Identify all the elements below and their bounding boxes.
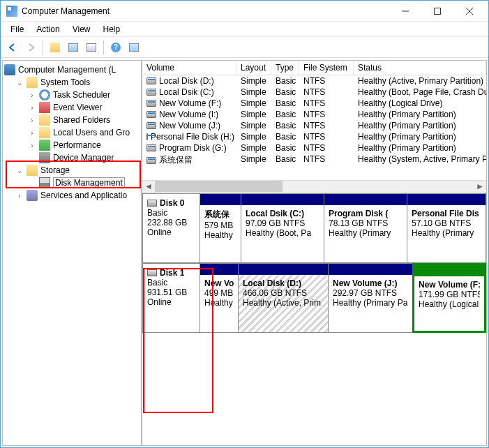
volume-layout: Simple bbox=[236, 87, 271, 97]
volume-icon bbox=[146, 133, 148, 140]
header-volume[interactable]: Volume bbox=[142, 61, 236, 75]
volume-icon bbox=[146, 111, 156, 118]
menu-action[interactable]: Action bbox=[31, 23, 65, 36]
table-row[interactable]: 系统保留SimpleBasicNTFSHealthy (System, Acti… bbox=[142, 154, 486, 167]
volume-layout: Simple bbox=[236, 132, 271, 142]
disk-state: Online bbox=[147, 297, 195, 307]
toolbar-btn-4[interactable] bbox=[126, 40, 142, 55]
volume-status: Healthy (Primary Partition) bbox=[354, 121, 486, 130]
menu-view[interactable]: View bbox=[67, 23, 96, 36]
header-layout[interactable]: Layout bbox=[236, 61, 271, 75]
tree-services[interactable]: ›Services and Applicatio bbox=[3, 189, 141, 202]
horizontal-scrollbar[interactable]: ◄ ► bbox=[142, 180, 486, 193]
volume-status: Healthy (Logical Drive) bbox=[354, 98, 486, 108]
volume-fs: NTFS bbox=[299, 87, 354, 97]
partition[interactable]: Local Disk (D:)466.06 GB NTFSHealthy (Ac… bbox=[238, 263, 329, 333]
volume-fs: NTFS bbox=[299, 110, 354, 119]
chevron-right-icon[interactable]: › bbox=[28, 129, 36, 137]
chevron-right-icon[interactable]: › bbox=[28, 142, 36, 149]
volume-name: Local Dsik (C:) bbox=[159, 87, 214, 97]
volume-type: Basic bbox=[271, 121, 299, 130]
header-type[interactable]: Type bbox=[271, 61, 299, 75]
table-row[interactable]: New Volume (I:)SimpleBasicNTFSHealthy (P… bbox=[142, 109, 486, 120]
disk-state: Online bbox=[147, 227, 195, 237]
scroll-thumb[interactable] bbox=[155, 181, 283, 192]
maximize-button[interactable] bbox=[421, 1, 453, 21]
chevron-down-icon[interactable]: ⌄ bbox=[15, 79, 24, 87]
window-title: Computer Management bbox=[22, 6, 389, 16]
disk-partitions: 系统保579 MBHealthyLocal Dsik (C:)97.09 GB … bbox=[200, 193, 486, 263]
partition-status: Healthy (Primary bbox=[412, 228, 481, 238]
volume-icon bbox=[146, 144, 156, 151]
tree-device-manager[interactable]: Device Manager bbox=[3, 151, 141, 164]
menu-file[interactable]: File bbox=[5, 23, 29, 36]
table-row[interactable]: New Volume (F:)SimpleBasicNTFSHealthy (L… bbox=[142, 98, 486, 109]
minimize-button[interactable] bbox=[389, 1, 421, 21]
scroll-left-icon[interactable]: ◄ bbox=[142, 181, 155, 192]
scroll-track[interactable] bbox=[155, 181, 474, 192]
chevron-down-icon[interactable]: ⌄ bbox=[15, 167, 24, 174]
tree-system-tools[interactable]: ⌄System Tools bbox=[3, 76, 141, 89]
disk-graphical-area[interactable]: Disk 0Basic232.88 GBOnline系统保579 MBHealt… bbox=[142, 193, 486, 445]
table-row[interactable]: Local Dsik (C:)SimpleBasicNTFSHealthy (B… bbox=[142, 87, 486, 98]
partition-size: 579 MB bbox=[204, 221, 236, 230]
tree-disk-management[interactable]: Disk Management bbox=[3, 177, 141, 189]
storage-icon bbox=[27, 165, 38, 176]
tree-storage[interactable]: ⌄Storage bbox=[3, 164, 141, 177]
chevron-right-icon[interactable]: › bbox=[15, 192, 24, 200]
header-status[interactable]: Status bbox=[354, 61, 486, 75]
partition-status: Healthy (Active, Prim bbox=[243, 298, 324, 308]
tree-root[interactable]: Computer Management (L bbox=[3, 64, 141, 76]
scroll-right-icon[interactable]: ► bbox=[474, 181, 486, 192]
back-button[interactable] bbox=[5, 40, 20, 55]
partition-bar bbox=[241, 194, 324, 205]
forward-button[interactable] bbox=[23, 40, 38, 55]
disk-size: 232.88 GB bbox=[147, 218, 195, 227]
table-row[interactable]: Personal File Disk (H:)SimpleBasicNTFSHe… bbox=[142, 131, 486, 142]
volume-table-body[interactable]: Local Disk (D:)SimpleBasicNTFSHealthy (A… bbox=[142, 75, 486, 180]
tree-event-viewer[interactable]: ›Event Viewer bbox=[3, 101, 141, 114]
partition[interactable]: Program Disk (78.13 GB NTFSHealthy (Prim… bbox=[324, 193, 407, 263]
disk-info[interactable]: Disk 0Basic232.88 GBOnline bbox=[142, 193, 200, 263]
table-row[interactable]: New Volume (J:)SimpleBasicNTFSHealthy (P… bbox=[142, 120, 486, 131]
partition-size: 97.09 GB NTFS bbox=[246, 218, 319, 228]
table-row[interactable]: Local Disk (D:)SimpleBasicNTFSHealthy (A… bbox=[142, 75, 486, 87]
disk-row[interactable]: Disk 1Basic931.51 GBOnlineNew Vo499 MBHe… bbox=[142, 263, 486, 333]
toolbar-btn-2[interactable] bbox=[66, 40, 81, 55]
volume-type: Basic bbox=[271, 76, 299, 86]
chevron-right-icon[interactable]: › bbox=[28, 104, 36, 112]
partition-bar bbox=[414, 265, 484, 276]
tree-local-users[interactable]: ›Local Users and Gro bbox=[3, 126, 141, 139]
partition[interactable]: Local Dsik (C:)97.09 GB NTFSHealthy (Boo… bbox=[241, 193, 324, 263]
tree-pane[interactable]: Computer Management (L ⌄System Tools ›Ta… bbox=[2, 60, 142, 446]
disk-row[interactable]: Disk 0Basic232.88 GBOnline系统保579 MBHealt… bbox=[142, 193, 486, 263]
chevron-right-icon[interactable]: › bbox=[28, 117, 36, 124]
tree-performance[interactable]: ›Performance bbox=[3, 139, 141, 151]
toolbar-btn-1[interactable] bbox=[47, 40, 63, 55]
help-button[interactable]: ? bbox=[108, 40, 123, 55]
volume-layout: Simple bbox=[236, 143, 271, 153]
table-row[interactable]: Program Disk (G:)SimpleBasicNTFSHealthy … bbox=[142, 142, 486, 154]
chevron-right-icon[interactable]: › bbox=[28, 91, 36, 99]
partition-status: Healthy (Primary bbox=[329, 228, 403, 238]
volume-icon bbox=[146, 157, 156, 164]
toolbar-btn-3[interactable] bbox=[84, 40, 99, 55]
volume-table-header[interactable]: Volume Layout Type File System Status bbox=[142, 61, 486, 75]
partition[interactable]: 系统保579 MBHealthy bbox=[200, 193, 241, 263]
partition-status: Healthy (Logical D bbox=[419, 299, 480, 309]
header-filesystem[interactable]: File System bbox=[299, 61, 354, 75]
partition[interactable]: New Volume (J:)292.97 GB NTFSHealthy (Pr… bbox=[328, 263, 413, 333]
disk-info[interactable]: Disk 1Basic931.51 GBOnline bbox=[142, 263, 200, 333]
partition[interactable]: Personal File Dis57.10 GB NTFSHealthy (P… bbox=[407, 193, 486, 263]
menu-help[interactable]: Help bbox=[98, 23, 126, 36]
tree-task-scheduler[interactable]: ›Task Scheduler bbox=[3, 89, 141, 101]
users-icon bbox=[39, 127, 50, 138]
partition[interactable]: New Volume (F:)171.99 GB NTFSHealthy (Lo… bbox=[412, 263, 486, 333]
partition-title: New Volume (F:) bbox=[419, 280, 480, 290]
volume-icon bbox=[146, 89, 156, 96]
partition[interactable]: New Vo499 MBHealthy bbox=[200, 263, 239, 333]
tree-shared-folders[interactable]: ›Shared Folders bbox=[3, 114, 141, 126]
partition-status: Healthy (Primary Pa bbox=[333, 298, 408, 308]
disk-icon bbox=[147, 269, 157, 276]
close-button[interactable] bbox=[453, 1, 486, 21]
